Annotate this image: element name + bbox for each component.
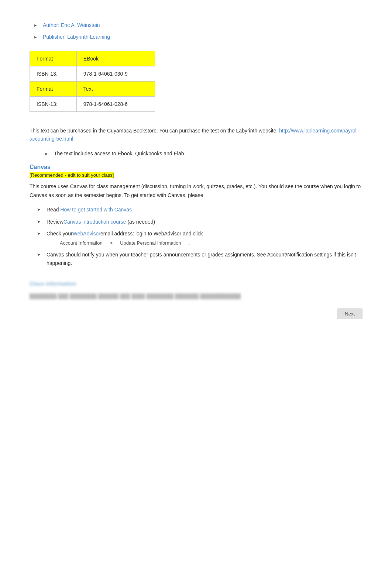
bullet-icon-publisher: ➤ — [33, 35, 37, 40]
canvas-item-3-text: Check yourWebAdvisoremail address: login… — [47, 230, 203, 247]
ebook-value: EBook — [76, 51, 155, 66]
canvas-item-4: ➤ Canvas should notify you when your tea… — [37, 251, 362, 267]
ebook-access-text: The text includes access to Ebook, Quick… — [54, 151, 185, 156]
isbn-value-1: 978-1-64061-030-9 — [76, 66, 155, 82]
isbn-label-2: ISBN-13: — [30, 97, 77, 112]
bookstore-paragraph: This text can be purchased in the Cuyama… — [30, 127, 362, 143]
format-label-2: Format — [30, 82, 77, 97]
canvas-item-1-text: Read How to get started with Canvas — [47, 206, 132, 214]
blurred-heading: Class information — [30, 278, 362, 289]
ebook-access-bullet: ➤ The text includes access to Ebook, Qui… — [44, 151, 362, 156]
text-value: Text — [76, 82, 155, 97]
canvas-item-1: ➤ Read How to get started with Canvas — [37, 206, 362, 214]
bullet-icon-ebook: ➤ — [44, 151, 48, 156]
isbn-label-1: ISBN-13: — [30, 66, 77, 82]
isbn-value-2: 978-1-64061-028-6 — [76, 97, 155, 112]
blurred-section: Class information ████████ ███ ████████ … — [30, 278, 362, 301]
update-personal-text: Update Personal Information — [120, 239, 181, 247]
bookstore-text: This text can be purchased in the Cuyama… — [30, 128, 279, 134]
table-row-format-ebook: Format EBook — [30, 51, 155, 66]
canvas-heading: Canvas — [30, 164, 362, 170]
canvas-section: Canvas [Recommended - edit to suit your … — [30, 164, 362, 267]
canvas-link-2[interactable]: Canvas introduction course — [63, 219, 126, 225]
period-text: . — [189, 239, 190, 247]
publisher-text: Publisher: Labyrinth Learning — [43, 34, 110, 40]
blurred-text: ████████ ███ ████████ ██████ ███ ████ ██… — [30, 292, 362, 301]
author-text: Author: Eric A. Weinstein — [43, 22, 100, 28]
bullet-icon-canvas-1: ➤ — [37, 206, 41, 213]
bullet-icon-canvas-3: ➤ — [37, 230, 41, 237]
canvas-paragraph: This course uses Canvas for class manage… — [30, 182, 362, 200]
canvas-link-3[interactable]: WebAdvisor — [73, 231, 100, 237]
canvas-item-3: ➤ Check yourWebAdvisoremail address: log… — [37, 230, 362, 247]
bullet-icon-author: ➤ — [33, 23, 37, 28]
recommended-badge: [Recommended - edit to suit your class] — [30, 172, 114, 178]
table-row-isbn-ebook: ISBN-13: 978-1-64061-030-9 — [30, 66, 155, 82]
account-info-text: Account Information — [60, 239, 103, 247]
arrow-icon: > — [110, 239, 113, 247]
bullet-icon-canvas-4: ➤ — [37, 251, 41, 258]
author-bullet: ➤ Author: Eric A. Weinstein — [30, 22, 362, 28]
canvas-indent-item: Account Information > Update Personal In… — [47, 239, 203, 247]
canvas-item-2: ➤ ReviewCanvas introduction course (as n… — [37, 218, 362, 226]
canvas-link-1[interactable]: How to get started with Canvas — [60, 207, 132, 213]
canvas-item-4-text: Canvas should notify you when your teach… — [47, 251, 362, 267]
table-row-isbn-text: ISBN-13: 978-1-64061-028-6 — [30, 97, 155, 112]
bullet-icon-canvas-2: ➤ — [37, 218, 41, 225]
table-row-format-text: Format Text — [30, 82, 155, 97]
canvas-bullet-list: ➤ Read How to get started with Canvas ➤ … — [37, 206, 362, 267]
canvas-item-2-text: ReviewCanvas introduction course (as nee… — [47, 218, 155, 226]
top-bullet-list: ➤ Author: Eric A. Weinstein ➤ Publisher:… — [30, 22, 362, 40]
next-button-area: Next — [30, 308, 362, 319]
format-label-1: Format — [30, 51, 77, 66]
publisher-bullet: ➤ Publisher: Labyrinth Learning — [30, 34, 362, 40]
format-table: Format EBook ISBN-13: 978-1-64061-030-9 … — [30, 51, 155, 112]
next-button[interactable]: Next — [337, 308, 362, 319]
sub-bullet-list: ➤ The text includes access to Ebook, Qui… — [44, 151, 362, 156]
